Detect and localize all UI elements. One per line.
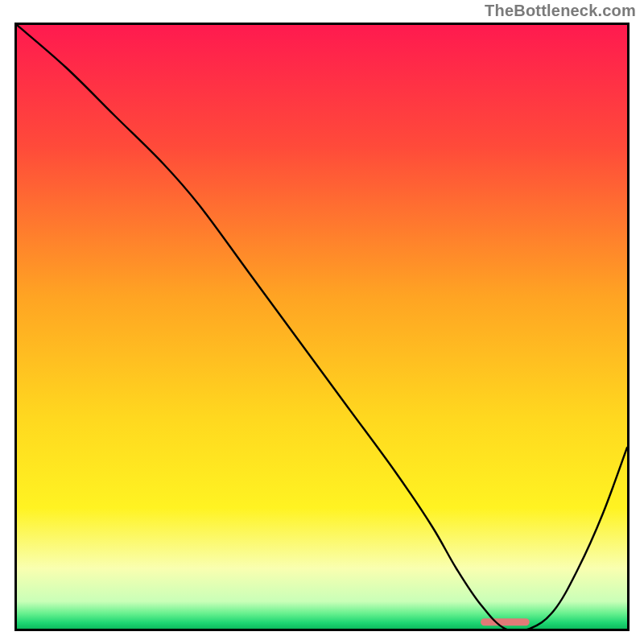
- chart-frame: [14, 23, 630, 631]
- gradient-background: [17, 25, 627, 629]
- chart-plot: [17, 25, 627, 629]
- optimal-zone-marker: [481, 618, 530, 625]
- attribution-text: TheBottleneck.com: [485, 2, 636, 20]
